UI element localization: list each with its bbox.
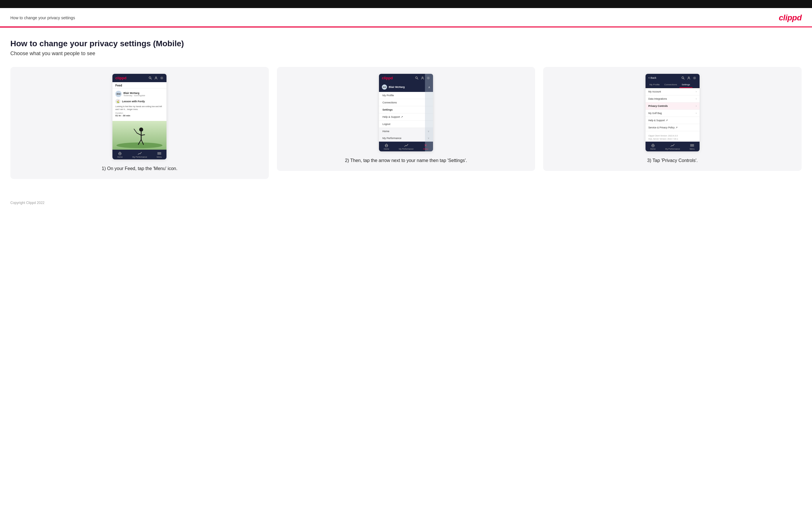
menu-item-myprofile-label: My Profile [383, 94, 394, 97]
nav-menu-label-1: Menu [157, 156, 162, 158]
arrow-up-icon: ∧ [428, 86, 430, 89]
search-icon-3 [681, 76, 685, 80]
svg-point-28 [694, 77, 696, 79]
chevron-home-icon: ∨ [427, 130, 429, 133]
menu-item-settings[interactable]: Settings [379, 106, 433, 113]
menu-items: My Profile Connections Settings Help & S… [379, 92, 433, 128]
nav-menu-1: Menu [157, 151, 162, 158]
svg-line-25 [683, 78, 684, 79]
nav-performance-label-1: My Performance [132, 156, 147, 158]
step-3-caption: 3) Tap 'Privacy Controls'. [647, 157, 698, 164]
settings-item-dataintegrations[interactable]: Data Integrations › [646, 95, 700, 103]
back-link[interactable]: < Back [648, 76, 656, 79]
version-client: Clippd Client Version: 2022.8.3-3 [648, 134, 697, 137]
settings-tabs: My Profile Connections Settings [646, 82, 700, 88]
svg-point-20 [422, 77, 423, 78]
nav-home-label-1: Home [117, 156, 123, 158]
menu-section: Home ∨ My Performance ∨ [379, 128, 433, 142]
svg-line-19 [417, 78, 418, 79]
search-icon-2 [415, 76, 419, 80]
settings-item-myaccount[interactable]: My Account › [646, 88, 700, 95]
step-2: clippd [277, 67, 536, 171]
tab-connections[interactable]: Connections [662, 82, 679, 88]
footer: Copyright Clippd 2022 [0, 196, 812, 210]
phone-mockup-2: clippd [379, 74, 433, 151]
menu-item-connections-label: Connections [383, 101, 397, 104]
menu-item-helpsupport[interactable]: Help & Support ↗ [379, 113, 433, 121]
svg-point-21 [428, 77, 429, 78]
nav-home-2: Home [384, 143, 389, 150]
feed-tab: Feed [112, 82, 166, 89]
svg-line-1 [151, 78, 152, 79]
person-icon-1 [154, 76, 158, 80]
post-user-info: Blair McHarg Yesterday · Sunningdale [123, 92, 145, 97]
phone-bottom-nav-3: Home My Performance Menu [646, 142, 700, 151]
post-content-1: BM Blair McHarg Yesterday · Sunningdale … [112, 89, 166, 121]
tab-myprofile[interactable]: My Profile [647, 82, 662, 88]
nav-home-1: Home [117, 151, 123, 158]
nav-menu-label-3: Menu [690, 148, 695, 150]
chevron-performance-icon: ∨ [427, 137, 429, 139]
person-icon-2 [420, 76, 424, 80]
svg-point-4 [160, 77, 163, 79]
duration-value: 01 hr : 30 min [115, 114, 164, 117]
settings-item-mygolfbag[interactable]: My Golf Bag › [646, 110, 700, 117]
clippd-logo: clippd [779, 13, 802, 22]
phone-logo-1: clippd [115, 76, 126, 80]
chevron-dataintegrations-icon: › [696, 97, 697, 100]
menu-section-home: Home ∨ [379, 128, 433, 135]
settings-item-privacycontrols[interactable]: Privacy Controls › [646, 103, 700, 110]
phone-icons-1 [148, 76, 164, 80]
lesson-row: ⛳ Lesson with Fordy [115, 99, 164, 104]
svg-point-7 [139, 127, 143, 131]
settings-icon-1 [160, 76, 164, 80]
chevron-privacycontrols-icon: › [696, 105, 697, 107]
step-3: < Back My Profile [543, 67, 802, 171]
step-2-caption: 2) Then, tap the arrow next to your name… [345, 157, 467, 164]
phone-icons-2 [415, 76, 430, 80]
header: How to change your privacy settings clip… [0, 8, 812, 27]
tab-settings[interactable]: Settings [679, 82, 693, 88]
steps-container: clippd Feed [10, 67, 802, 179]
post-user-name: Blair McHarg [123, 92, 145, 95]
svg-point-27 [694, 77, 695, 78]
copyright-text: Copyright Clippd 2022 [10, 201, 45, 205]
nav-close-2: ✕ Menu [423, 143, 428, 150]
menu-user-name: Blair McHarg [389, 86, 405, 89]
avatar-1: BM [115, 91, 121, 97]
version-server: GQL Server Version: 2022.7.30-1 [648, 137, 697, 140]
menu-item-logout[interactable]: Logout [379, 121, 433, 128]
chevron-myaccount-icon: › [696, 90, 697, 93]
phone-mockup-1: clippd Feed [112, 74, 166, 159]
svg-point-22 [427, 77, 429, 79]
lesson-title: Lesson with Fordy [122, 100, 145, 103]
nav-menu-label-2: Menu [423, 148, 428, 150]
menu-item-logout-label: Logout [383, 123, 391, 125]
menu-item-connections[interactable]: Connections [379, 99, 433, 106]
settings-item-myaccount-label: My Account [648, 90, 661, 93]
phone-logo-2: clippd [382, 76, 393, 80]
settings-item-helpsupport[interactable]: Help & Support ↗ [646, 117, 700, 124]
svg-rect-14 [119, 153, 121, 155]
lesson-icon: ⛳ [115, 99, 120, 104]
main-content: How to change your privacy settings (Mob… [0, 27, 812, 196]
menu-user-info: BM Blair McHarg [382, 84, 405, 90]
settings-item-privacycontrols-label: Privacy Controls [648, 105, 668, 107]
menu-item-myprofile[interactable]: My Profile [379, 92, 433, 99]
settings-item-helpsupport-label: Help & Support ↗ [648, 119, 668, 122]
nav-performance-label-3: My Performance [665, 148, 680, 150]
post-user-date: Yesterday · Sunningdale [123, 95, 145, 97]
header-title: How to change your privacy settings [10, 15, 75, 20]
svg-point-6 [116, 143, 162, 148]
settings-item-serviceprivacy[interactable]: Service & Privacy Policy ↗ [646, 124, 700, 131]
settings-item-dataintegrations-label: Data Integrations [648, 97, 667, 100]
settings-icon-3 [693, 76, 697, 80]
person-icon-3 [687, 76, 691, 80]
page-heading: How to change your privacy settings (Mob… [10, 39, 802, 48]
golf-image-1 [112, 121, 166, 150]
nav-home-label-3: Home [650, 148, 656, 150]
svg-rect-23 [386, 145, 388, 147]
lesson-desc: Looking to feel like my hands are exitin… [115, 105, 164, 111]
phone-bottom-nav-1: Home My Performance Menu [112, 150, 166, 159]
svg-point-3 [161, 77, 162, 78]
